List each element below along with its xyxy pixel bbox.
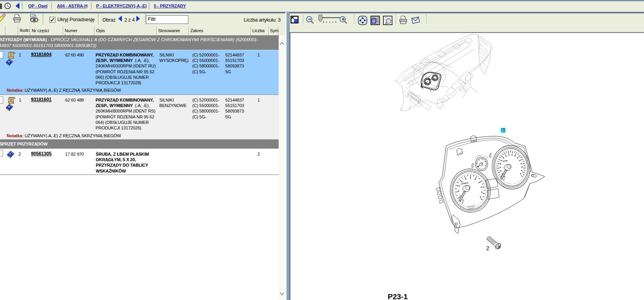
svg-text:2: 2 (486, 245, 489, 251)
svg-text:P23-1: P23-1 (388, 293, 408, 300)
svg-text:km/h: km/h (503, 159, 508, 162)
